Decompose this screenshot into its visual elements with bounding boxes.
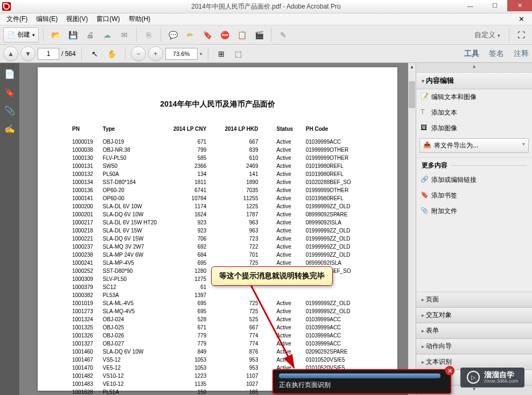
col-type: Type — [102, 125, 171, 137]
customize-dropdown[interactable]: 自定义 ▾ — [470, 30, 505, 40]
watermark-main: 溜溜自学 — [484, 371, 518, 379]
table-row: 1001327OBJ-027779774Active01039999ACC — [71, 340, 364, 347]
table-row: 1000038OBJ-NR.38799839Active01999999OTHE… — [71, 146, 364, 153]
section-forms[interactable]: 表单 — [416, 323, 532, 338]
attachments-icon[interactable]: 📎 — [4, 105, 15, 116]
minimize-button[interactable]: — — [458, 0, 482, 11]
close-doc-button[interactable]: ✕ — [515, 14, 528, 24]
toolbar-main: 📄 创建 ▾ 📂 💾 🖨 ☁ ✉ ⎘ 💬 ✏ 🔖 ⛔ 📋 🎬 ✎ 自定义 ▾ ⛶ — [0, 25, 532, 45]
progress-bar — [279, 373, 440, 378]
thumbnails-icon[interactable]: 📄 — [4, 68, 15, 79]
table-row: 1000136OP60-2067417035Active01999999OTHE… — [71, 187, 364, 194]
print-button[interactable]: 🖨 — [82, 27, 97, 43]
section-pages[interactable]: 页面 — [416, 292, 532, 307]
attach-icon: 📎 — [421, 207, 428, 214]
watermark-sub: zixue.3d66.com — [484, 379, 518, 384]
more-content-label: 更多内容 — [416, 157, 532, 172]
tab-tools[interactable]: 工具 — [464, 49, 479, 59]
tools-panel: ▴ 内容编辑 📝编辑文本和图像 T添加文本 🖼添加图像 📤将文件导出为... 更… — [416, 63, 532, 395]
select-tool[interactable]: ↖ — [87, 46, 102, 61]
signatures-icon[interactable]: ✍ — [4, 123, 15, 134]
zoom-input[interactable] — [165, 48, 198, 60]
menu-file[interactable]: 文件(F) — [3, 13, 31, 25]
page-down-button[interactable]: ▼ — [20, 46, 36, 61]
table-row: 1001460SLA-DQ 6V 10W849876Active02090292… — [71, 348, 364, 355]
doc-scrollbar[interactable]: ▲ — [408, 63, 416, 395]
add-bookmark[interactable]: 🔖添加书签 — [416, 188, 532, 203]
bookmark-icon: 🔖 — [421, 191, 428, 199]
add-image[interactable]: 🖼添加图像 — [416, 121, 532, 136]
menu-view[interactable]: 视图(V) — [63, 13, 91, 25]
hand-tool[interactable]: ✋ — [104, 46, 120, 61]
menu-window[interactable]: 窗口(W) — [93, 13, 123, 25]
edit-text-icon: 📝 — [421, 93, 428, 100]
fullscreen-button[interactable]: ⛶ — [514, 27, 529, 43]
section-interactive[interactable]: 交互对象 — [416, 307, 532, 323]
highlight-button[interactable]: ✏ — [183, 27, 198, 43]
table-row: 1000241SLA-MP-4V5695725Active08999092ISL… — [71, 259, 364, 266]
save-button[interactable]: 💾 — [65, 27, 80, 43]
data-table: PN Type 2014 LP CNY 2014 LP HKD Status P… — [70, 124, 365, 395]
tab-comment[interactable]: 注释 — [514, 49, 529, 59]
comment-button[interactable]: 💬 — [165, 27, 180, 43]
table-row: 1000237SLA-MQ 3V 2W7692722Active01999999… — [71, 243, 364, 250]
tab-sign[interactable]: 签名 — [489, 49, 504, 59]
cloud-button[interactable]: ☁ — [100, 27, 115, 43]
fit-page-button[interactable]: ⊞ — [214, 46, 229, 61]
add-image-icon: 🖼 — [421, 124, 428, 131]
page-total: / 564 — [61, 50, 76, 58]
nav-strip: 📄 🔖 📎 ✍ — [0, 63, 19, 395]
redact-button[interactable]: ⛔ — [217, 27, 232, 43]
table-row: 1001273SLA-MQ-4V5695725Active01999999ZZ_… — [71, 308, 364, 315]
watermark: ▷ 溜溜自学 zixue.3d66.com — [460, 368, 524, 387]
menu-bar: 文件(F) 编辑(E) 视图(V) 窗口(W) 帮助(H) ✕ — [0, 13, 532, 25]
stamp-button[interactable]: 🔖 — [200, 27, 215, 43]
col-status: Status — [275, 125, 303, 137]
export-file-as[interactable]: 📤将文件导出为... — [419, 138, 529, 153]
table-row: 1000141OP60-001078411255Active01019980RE… — [71, 195, 364, 202]
table-row: 1000201SLA-DQ 6V 10W16241787Active089990… — [71, 211, 364, 218]
add-text[interactable]: T添加文本 — [416, 105, 532, 121]
add-edit-link[interactable]: 🔗添加或编辑链接 — [416, 172, 532, 188]
table-row: 1000134SST-D80*18418111890Active01020288… — [71, 179, 364, 186]
table-row: 1001326OBJ-026779774Active01039999ACC — [71, 332, 364, 339]
open-button[interactable]: 📂 — [48, 27, 63, 43]
col-ph: PH Code — [305, 125, 364, 137]
menu-edit[interactable]: 编辑(E) — [33, 13, 61, 25]
zoom-out-button[interactable]: − — [131, 46, 146, 61]
edit-button[interactable]: ✎ — [276, 27, 291, 43]
table-row: 1001324OBJ-024528525Active01039999ACC — [71, 316, 364, 323]
table-row: 1000130FLV-PL50585610Active01999999OTHER — [71, 154, 364, 161]
zoom-in-button[interactable]: + — [148, 46, 163, 61]
edit-text-image[interactable]: 📝编辑文本和图像 — [416, 89, 532, 105]
menu-help[interactable]: 帮助(H) — [125, 13, 154, 25]
export-pdf-button[interactable]: ⎘ — [141, 27, 156, 43]
table-row: 1000200SLA-DL 6V 10W11741225Active019999… — [71, 203, 364, 210]
app-icon — [2, 2, 11, 11]
close-button[interactable]: ✕ — [507, 0, 532, 11]
window-title: 2014年中国人民币产品面价.pdf - Adobe Acrobat Pro — [191, 2, 340, 11]
bookmarks-icon[interactable]: 🔖 — [4, 87, 15, 97]
form-button[interactable]: 📋 — [234, 27, 249, 43]
page-number-input[interactable] — [38, 48, 59, 60]
fit-width-button[interactable]: ⬚ — [231, 46, 246, 61]
maximize-button[interactable]: ☐ — [482, 0, 507, 11]
table-row: 1000382PL53A1397 — [71, 292, 364, 299]
create-button[interactable]: 📄 创建 ▾ — [3, 27, 39, 43]
attach-file[interactable]: 📎附加文件 — [416, 203, 532, 219]
scrollbar-thumb[interactable] — [409, 81, 415, 108]
section-action-wizard[interactable]: 动作向导 — [416, 338, 532, 354]
table-row: 1000221SLA-DQ 6V 15W706723Active01999999… — [71, 235, 364, 242]
create-icon: 📄 — [7, 31, 15, 39]
title-bar: 2014年中国人民币产品面价.pdf - Adobe Acrobat Pro —… — [0, 0, 532, 13]
progress-close-button[interactable]: ✕ — [445, 366, 454, 376]
email-button[interactable]: ✉ — [117, 27, 132, 43]
panel-scroll-up[interactable]: ▴ — [416, 63, 532, 73]
table-row: 1000218SLA-DL 6V 15W923963Active01999999… — [71, 227, 364, 234]
multimedia-button[interactable]: 🎬 — [251, 27, 267, 43]
page-up-button[interactable]: ▲ — [3, 46, 18, 61]
table-row: 1001019SLA-ML-4V5695725Active01999999ZZ_… — [71, 300, 364, 307]
export-icon: 📤 — [423, 141, 431, 149]
col-cny: 2014 LP CNY — [172, 125, 223, 137]
section-content-edit[interactable]: 内容编辑 — [416, 73, 532, 89]
